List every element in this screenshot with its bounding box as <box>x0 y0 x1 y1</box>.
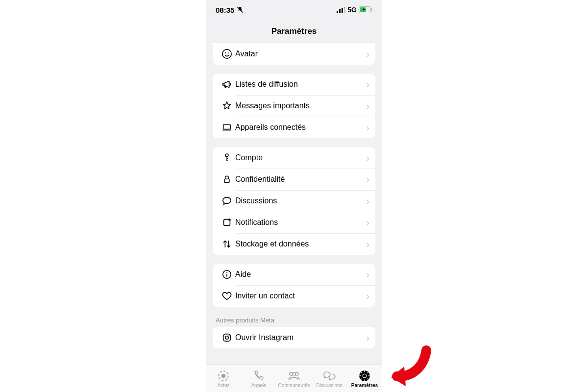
key-icon <box>219 152 235 163</box>
instagram-icon <box>219 332 235 343</box>
row-linked-devices[interactable]: Appareils connectés › <box>213 117 375 138</box>
row-invite-contact[interactable]: Inviter un contact › <box>213 285 375 307</box>
communities-icon <box>287 370 301 382</box>
chat-bubble-icon <box>219 196 235 206</box>
heart-icon <box>219 291 235 301</box>
chevron-right-icon: › <box>366 122 369 133</box>
avatar-icon <box>219 49 235 59</box>
svg-rect-11 <box>223 125 231 129</box>
status-bar: 08:35 ! 5G <box>206 0 382 20</box>
row-label: Compte <box>235 153 366 162</box>
tab-communities[interactable]: Communautés <box>276 370 312 388</box>
row-label: Appareils connectés <box>235 123 366 132</box>
row-label: Confidentialité <box>235 175 366 184</box>
svg-rect-13 <box>224 179 229 183</box>
svg-point-8 <box>222 49 231 58</box>
section-header-meta: Autres produits Meta <box>216 317 372 324</box>
row-starred-messages[interactable]: Messages importants › <box>213 95 375 117</box>
tab-updates[interactable]: Actus <box>206 370 241 388</box>
row-label: Discussions <box>235 196 366 205</box>
row-notifications[interactable]: Notifications › <box>213 212 375 233</box>
svg-point-17 <box>226 272 227 273</box>
laptop-icon <box>219 122 235 133</box>
phone-frame: 08:35 ! 5G <box>206 0 382 392</box>
row-label: Avatar <box>235 49 366 58</box>
chats-icon <box>323 370 336 382</box>
chevron-right-icon: › <box>366 79 369 90</box>
signal-icon: ! <box>337 7 345 13</box>
phone-icon <box>253 370 265 382</box>
silent-icon <box>236 6 244 14</box>
megaphone-icon <box>219 79 235 90</box>
chevron-right-icon: › <box>366 100 369 112</box>
gear-icon <box>358 370 371 382</box>
row-avatar[interactable]: Avatar › <box>213 43 375 65</box>
group-lists: Listes de diffusion › Messages important… <box>213 74 375 138</box>
group-account-settings: Compte › Confidentialité › <box>213 147 375 255</box>
svg-rect-6 <box>371 8 372 11</box>
svg-point-19 <box>225 336 228 339</box>
svg-rect-1 <box>339 9 341 13</box>
tab-chats[interactable]: Discussions <box>312 370 347 388</box>
row-storage[interactable]: Stockage et données › <box>213 233 375 255</box>
page-title: Paramètres <box>271 26 317 36</box>
row-help[interactable]: Aide › <box>213 264 375 285</box>
row-chats[interactable]: Discussions › <box>213 190 375 212</box>
chevron-right-icon: › <box>366 174 369 185</box>
svg-point-22 <box>221 374 226 378</box>
row-label: Stockage et données <box>235 240 366 248</box>
chevron-right-icon: › <box>366 239 369 250</box>
chevron-right-icon: › <box>366 152 369 164</box>
screen-header: Paramètres <box>206 20 382 43</box>
arrows-up-down-icon <box>219 239 235 249</box>
row-account[interactable]: Compte › <box>213 147 375 169</box>
row-label: Listes de diffusion <box>235 80 366 89</box>
annotation-arrow <box>387 343 431 387</box>
row-label: Ouvrir Instagram <box>235 333 366 342</box>
group-help: Aide › Inviter un contact › <box>213 264 375 307</box>
row-broadcast-lists[interactable]: Listes de diffusion › <box>213 74 375 95</box>
row-label: Messages importants <box>235 101 366 110</box>
info-icon <box>219 269 235 280</box>
row-privacy[interactable]: Confidentialité › <box>213 169 375 190</box>
row-open-instagram[interactable]: Ouvrir Instagram › <box>213 327 375 348</box>
svg-rect-2 <box>342 8 343 13</box>
group-meta: Ouvrir Instagram › <box>213 327 375 348</box>
tab-settings[interactable]: Paramètres <box>347 370 382 388</box>
chevron-right-icon: › <box>366 49 369 60</box>
group-profile: Avatar › <box>213 43 375 65</box>
battery-icon <box>359 6 372 13</box>
tab-label: Communautés <box>278 383 310 388</box>
svg-point-10 <box>228 52 229 53</box>
chevron-right-icon: › <box>366 196 369 207</box>
updates-icon <box>217 370 230 382</box>
lock-icon <box>219 174 235 185</box>
chevron-right-icon: › <box>366 291 369 302</box>
tab-label: Actus <box>217 383 229 388</box>
row-label: Aide <box>235 270 366 279</box>
notification-icon <box>219 217 235 228</box>
tab-calls[interactable]: Appels <box>241 370 276 388</box>
chevron-right-icon: › <box>366 332 369 343</box>
tab-bar: Actus Appels Communautés <box>206 365 382 392</box>
settings-list: Avatar › Listes de diffusion › <box>206 43 382 365</box>
chevron-right-icon: › <box>366 217 369 228</box>
svg-point-20 <box>229 335 230 336</box>
row-label: Notifications <box>235 218 366 227</box>
tab-label: Paramètres <box>351 383 378 388</box>
svg-point-9 <box>225 52 226 53</box>
chevron-right-icon: › <box>366 269 369 280</box>
star-icon <box>219 100 235 111</box>
tab-label: Appels <box>251 383 267 388</box>
svg-text:!: ! <box>344 7 345 9</box>
network-label: 5G <box>347 6 357 14</box>
svg-rect-0 <box>337 11 338 13</box>
svg-point-15 <box>228 219 231 221</box>
tab-label: Discussions <box>316 383 342 388</box>
clock: 08:35 <box>216 6 234 14</box>
svg-point-12 <box>225 154 228 157</box>
row-label: Inviter un contact <box>235 292 366 300</box>
